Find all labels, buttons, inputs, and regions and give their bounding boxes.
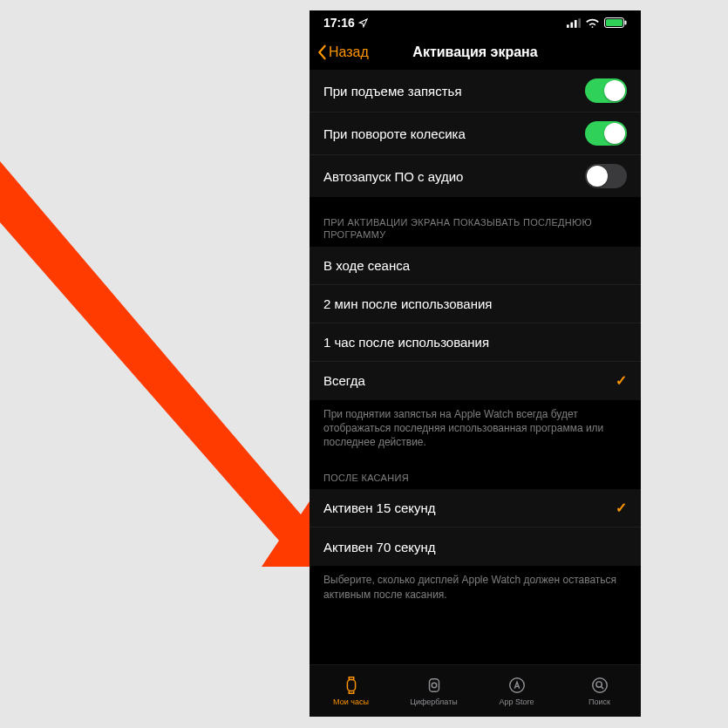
tab-label: Мои часы [333, 697, 369, 706]
toggle-switch[interactable] [585, 164, 627, 188]
location-icon [358, 18, 368, 28]
svg-rect-7 [625, 21, 627, 25]
search-icon [589, 676, 610, 695]
checkmark-icon: ✓ [616, 372, 627, 389]
svg-point-12 [592, 678, 607, 693]
toggle-row-wrist-raise[interactable]: При подъеме запястья [310, 70, 641, 112]
option-label: В ходе сеанса [323, 258, 410, 273]
option-row-70sec[interactable]: Активен 70 секунд [310, 527, 641, 566]
section-header-after-tap: ПОСЛЕ КАСАНИЯ [310, 452, 641, 489]
chevron-left-icon [316, 44, 327, 60]
svg-rect-9 [429, 679, 439, 692]
toggle-switch[interactable] [585, 78, 627, 103]
toggle-row-crown-rotate[interactable]: При повороте колесика [310, 112, 641, 155]
tab-search[interactable]: Поиск [558, 665, 641, 717]
tab-label: Циферблаты [410, 697, 458, 706]
back-label: Назад [329, 44, 369, 60]
option-group-after-tap: Активен 15 секунд ✓ Активен 70 секунд [310, 489, 641, 566]
option-row-1hour[interactable]: 1 час после использования [310, 323, 641, 362]
toggle-label: При подъеме запястья [323, 84, 462, 99]
status-bar: 17:16 [310, 10, 641, 35]
option-row-session[interactable]: В ходе сеанса [310, 247, 641, 285]
svg-point-10 [432, 683, 437, 688]
status-time: 17:16 [323, 16, 355, 30]
battery-icon [604, 17, 627, 28]
svg-point-13 [595, 682, 601, 687]
section-header-last-app: ПРИ АКТИВАЦИИ ЭКРАНА ПОКАЗЫВАТЬ ПОСЛЕДНЮ… [310, 197, 641, 247]
option-row-15sec[interactable]: Активен 15 секунд ✓ [310, 489, 641, 527]
option-label: 1 час после использования [323, 335, 489, 350]
option-group-last-app: В ходе сеанса 2 мин после использования … [310, 247, 641, 400]
tab-app-store[interactable]: App Store [475, 665, 558, 717]
wifi-icon [586, 18, 599, 28]
toggle-label: При повороте колесика [323, 126, 466, 141]
toggle-group: При подъеме запястья При повороте колеси… [310, 70, 641, 197]
option-row-2min[interactable]: 2 мин после использования [310, 285, 641, 323]
toggle-row-audio-autostart[interactable]: Автозапуск ПО с аудио [310, 155, 641, 197]
svg-marker-0 [0, 161, 344, 567]
tab-bar: Мои часы Циферблаты App Store Поиск [310, 664, 641, 717]
svg-rect-3 [575, 19, 577, 27]
svg-point-11 [509, 678, 524, 693]
section-footer-after-tap: Выберите, сколько дисплей Apple Watch до… [310, 566, 641, 604]
option-label: Всегда [323, 373, 365, 388]
settings-content: При подъеме запястья При повороте колеси… [310, 70, 641, 664]
option-label: 2 мин после использования [323, 296, 492, 311]
section-footer-last-app: При поднятии запястья на Apple Watch все… [310, 400, 641, 453]
svg-rect-8 [347, 680, 355, 691]
tab-label: Поиск [589, 697, 610, 706]
option-label: Активен 70 секунд [323, 540, 436, 555]
option-row-always[interactable]: Всегда ✓ [310, 362, 641, 400]
tab-my-watch[interactable]: Мои часы [310, 665, 392, 717]
toggle-label: Автозапуск ПО с аудио [323, 169, 463, 184]
phone-frame: 17:16 Назад Активация экрана При подъеме… [310, 10, 641, 717]
svg-line-14 [601, 687, 602, 689]
option-label: Активен 15 секунд [323, 500, 436, 515]
svg-rect-1 [567, 24, 569, 28]
tab-faces[interactable]: Циферблаты [392, 665, 475, 717]
watch-icon [341, 676, 362, 695]
svg-rect-6 [606, 19, 623, 26]
appstore-icon [507, 676, 527, 695]
svg-rect-2 [570, 22, 573, 27]
watchface-icon [424, 676, 445, 695]
nav-bar: Назад Активация экрана [310, 35, 641, 70]
checkmark-icon: ✓ [616, 500, 627, 516]
cellular-icon [567, 18, 581, 28]
toggle-switch[interactable] [585, 121, 627, 146]
tab-label: App Store [499, 697, 534, 706]
back-button[interactable]: Назад [316, 44, 369, 60]
svg-rect-4 [578, 18, 581, 28]
